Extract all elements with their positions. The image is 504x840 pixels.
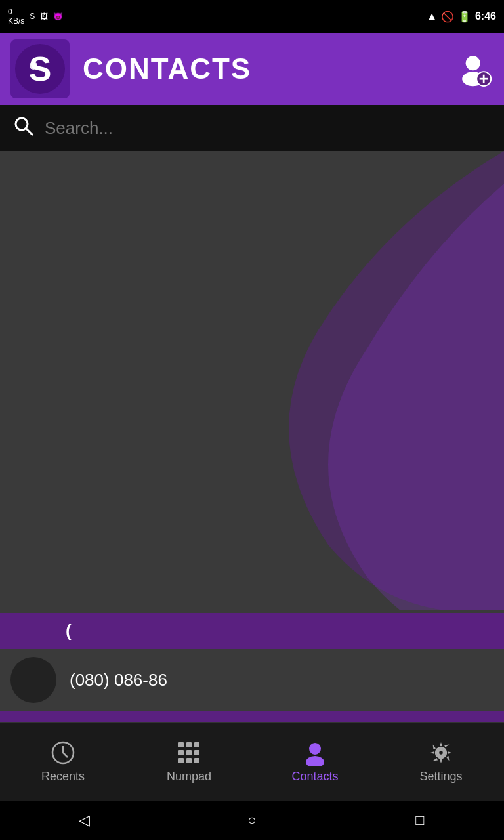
wifi-icon: ▲: [427, 10, 437, 22]
clock: 6:46: [475, 10, 496, 22]
nav-numpad[interactable]: Numpad: [140, 740, 238, 784]
home-button[interactable]: ○: [236, 807, 268, 833]
search-input[interactable]: [45, 118, 491, 138]
numpad-icon: [176, 740, 202, 766]
recents-button[interactable]: □: [404, 807, 436, 833]
status-left: 0KB/s S 🖼 😈: [8, 7, 63, 26]
recents-icon: [50, 740, 76, 766]
contact-item[interactable]: (080) 086-86: [0, 649, 504, 711]
svg-rect-27: [186, 742, 192, 747]
search-icon: [13, 116, 34, 141]
svg-rect-34: [194, 758, 200, 763]
bottom-nav: Recents Numpad Contacts: [0, 722, 504, 801]
status-right: ▲ 🚫 🔋 6:46: [427, 10, 496, 23]
battery-icon: 🔋: [458, 10, 471, 23]
svg-point-36: [306, 756, 324, 766]
contact-avatar: [10, 657, 56, 703]
app-logo: S: [10, 39, 70, 98]
logo-icon: S: [14, 43, 66, 95]
app-header: S CONTACTS: [0, 33, 504, 105]
add-contact-icon: [456, 51, 492, 87]
section-header-plus: +: [0, 711, 504, 722]
nav-settings-label: Settings: [419, 770, 462, 784]
contact-name: (080) 086-86: [70, 670, 167, 690]
svg-point-2: [30, 62, 37, 70]
devil-indicator: 😈: [53, 12, 63, 21]
nav-contacts[interactable]: Contacts: [266, 740, 364, 784]
svg-rect-30: [186, 750, 192, 755]
section-letter: +: [66, 719, 75, 722]
svg-rect-32: [178, 758, 184, 763]
system-nav: ◁ ○ □: [0, 801, 504, 840]
nav-numpad-label: Numpad: [167, 770, 211, 784]
svg-point-39: [438, 750, 444, 755]
nav-settings[interactable]: Settings: [392, 740, 490, 784]
section-letter: (: [66, 621, 72, 641]
image-indicator: 🖼: [40, 12, 48, 21]
svg-point-35: [309, 743, 321, 755]
contacts-icon: [302, 740, 328, 766]
nav-recents[interactable]: Recents: [14, 740, 112, 784]
nav-recents-label: Recents: [41, 770, 85, 784]
status-bar: 0KB/s S 🖼 😈 ▲ 🚫 🔋 6:46: [0, 0, 504, 33]
s-indicator: S: [30, 12, 35, 21]
back-button[interactable]: ◁: [68, 807, 100, 833]
svg-point-8: [16, 118, 28, 130]
add-contact-button[interactable]: [454, 49, 494, 89]
svg-rect-28: [194, 742, 200, 747]
settings-icon: [428, 740, 454, 766]
section-header-paren: (: [0, 613, 504, 649]
svg-line-9: [26, 129, 33, 135]
signal-icon: 🚫: [441, 10, 454, 23]
svg-rect-29: [178, 750, 184, 755]
page-title: CONTACTS: [83, 52, 454, 85]
svg-rect-26: [178, 742, 184, 747]
kb-indicator: 0KB/s: [8, 7, 24, 26]
svg-point-3: [465, 56, 480, 70]
search-bar: [0, 105, 504, 151]
svg-rect-31: [194, 750, 200, 755]
nav-contacts-label: Contacts: [291, 770, 338, 784]
svg-rect-33: [186, 758, 192, 763]
contacts-list: ( (080) 086-86 + +91 709: [0, 151, 504, 722]
